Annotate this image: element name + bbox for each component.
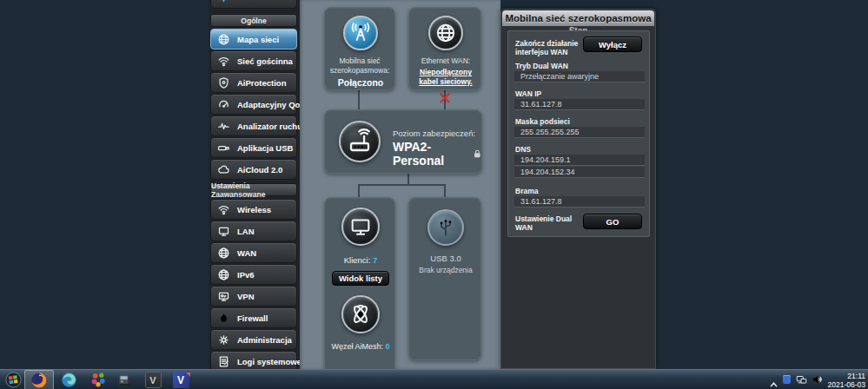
v-app-icon[interactable]: V [169,371,192,389]
disable-wan-button[interactable]: Wyłącz [583,36,642,52]
traffic-wave-icon [215,118,231,134]
globe-icon [215,245,231,260]
router-icon[interactable] [339,121,381,162]
truck-app-icon[interactable] [114,371,136,389]
network-map: Mobilna sieć szerokopasmowa: Połączono E… [300,0,500,369]
sidebar-item-label: Logi systemowe [237,357,300,366]
sidebar-item-label: Firewall [237,313,268,323]
client-list-button[interactable]: Widok listy [332,271,389,286]
sidebar-item-siec-goscinna[interactable]: Sieć gościnna [210,50,297,71]
dual-wan-mode-label: Tryb Dual WAN [515,63,568,71]
taskbar-clock[interactable]: 21:11 2021-06-03 [828,372,865,389]
mobile-broadband-status: Połączono [325,77,396,88]
sidebar: Ogólne Mapa sieci Sieć gościnna AiProtec… [209,0,300,369]
wan-action-label: Zakończ działanie interfejsu WAN [515,40,585,56]
usb-icon[interactable] [427,209,464,246]
sidebar-item-adaptacyjny-qos[interactable]: Adaptacyjny QoS [210,94,297,115]
edge-icon[interactable] [57,371,80,389]
volume-tray-icon[interactable] [811,373,824,389]
spheres-app-icon[interactable] [87,371,109,389]
gateway-value: 31.61.127.8 [514,196,645,208]
clients-card: Klienci: 7 Widok listy Węzeł AiMesh: 0 [324,197,395,380]
ethernet-wan-card: Ethernet WAN: Niepodłączony kabel siecio… [408,7,481,90]
partial-icon [215,0,231,6]
lock-icon [474,148,481,159]
sidebar-item-aplikacja-usb[interactable]: Aplikacja USB [210,137,297,158]
dual-wan-go-button[interactable]: GO [583,214,642,229]
clients-count: 7 [373,255,377,265]
sidebar-item-label: AiCloud 2.0 [237,165,282,175]
sidebar-item-ipv6[interactable]: IPv6 [210,264,297,285]
shield-icon [215,75,231,90]
dns-value-1: 194.204.159.1 [514,155,645,166]
clock-time: 21:11 [828,372,865,380]
sidebar-item-label: AiProtection [237,78,286,88]
security-level-value: WPA2-Personal [393,140,481,168]
sidebar-item-vpn[interactable]: VPN [210,286,297,307]
sidebar-item-label: Administracja [237,335,292,345]
gateway-label: Brama [515,188,538,196]
sidebar-item-administracja[interactable]: Administracja [210,329,297,350]
hidden-icons-button[interactable] [770,376,778,389]
router-security-card: Poziom zabezpieczeń: WPA2-Personal [324,109,482,174]
taskbar: V V 21:11 2021-06-03 [0,369,868,389]
dns-value-2: 194.204.152.34 [514,167,645,178]
sidebar-item-label: VPN [237,292,255,301]
usb-card: USB 3.0 Brak urządzenia [408,197,481,360]
sidebar-item-aicloud[interactable]: AiCloud 2.0 [210,159,297,180]
internet-status-panel: Mobilna sieć szerokopasmowa Stan Zakończ… [500,9,656,369]
firefox-taskbar-slot[interactable] [24,370,54,389]
wan-ip-label: WAN IP [515,90,541,99]
wifi-icon [215,201,231,217]
start-button[interactable] [2,371,24,389]
connector-line [358,184,360,198]
sidebar-item-firewall[interactable]: Firewall [210,307,297,328]
sidebar-item-label: IPv6 [237,270,255,280]
sidebar-item-aiprotection[interactable]: AiProtection [210,72,297,93]
monitor-icon [215,223,231,239]
aimesh-icon[interactable] [341,295,380,333]
gtav-v-glyph: V [145,372,162,388]
ethernet-wan-icon[interactable] [428,16,463,50]
flame-icon [215,310,231,326]
firefox-icon [30,372,48,389]
desktop: Ogólne Mapa sieci Sieć gościnna AiProtec… [0,0,868,389]
connector-line [444,184,446,198]
sidebar-item-partial[interactable] [210,0,297,9]
cloud-icon [215,162,231,177]
mobile-broadband-icon[interactable] [343,16,378,50]
usb-title: USB 3.0 [409,254,482,263]
dual-wan-mode-value: Przełączanie awaryjne [514,71,645,82]
vpn-monitor-icon [215,288,231,304]
connector-line [358,90,360,109]
usb-status: Brak urządzenia [409,266,482,274]
sidebar-header-advanced: Ustawienia Zaawansowane [210,183,297,196]
aimesh-label: Węzeł AiMesh: [331,342,383,351]
log-document-icon [215,353,231,369]
aimesh-count: 0 [386,342,390,351]
gauge-icon [215,96,231,112]
sidebar-item-label: Wireless [237,205,271,214]
network-map-icon [215,31,231,47]
sidebar-item-mapa-sieci[interactable]: Mapa sieci [210,29,297,49]
sidebar-item-analizator-ruchu[interactable]: Analizator ruchu [210,115,297,136]
sidebar-item-logi-systemowe[interactable]: Logi systemowe [210,351,297,369]
sidebar-item-wan[interactable]: WAN [210,242,297,263]
tray-app-icon[interactable] [783,375,791,384]
sidebar-item-label: Analizator ruchu [237,122,300,131]
sidebar-item-label: Adaptacyjny QoS [237,100,300,109]
mobile-broadband-card: Mobilna sieć szerokopasmowa: Połączono [324,7,395,90]
clients-icon[interactable] [341,208,380,246]
subnet-mask-value: 255.255.255.255 [514,127,645,138]
gtav-app-icon[interactable]: V [142,371,164,389]
sidebar-header-label: Ogólne [241,16,266,25]
sidebar-item-lan[interactable]: LAN [210,221,297,241]
ethernet-wan-link[interactable]: Niepodłączony kabel sieciowy. [412,68,480,86]
usb-stick-icon [215,140,231,155]
security-level-label: Poziom zabezpieczeń: [393,129,475,138]
sidebar-item-label: LAN [237,227,255,236]
network-tray-icon[interactable] [795,373,808,389]
sidebar-item-label: Mapa sieci [237,35,279,44]
sidebar-item-wireless[interactable]: Wireless [210,199,297,220]
clock-date: 2021-06-03 [828,380,865,389]
